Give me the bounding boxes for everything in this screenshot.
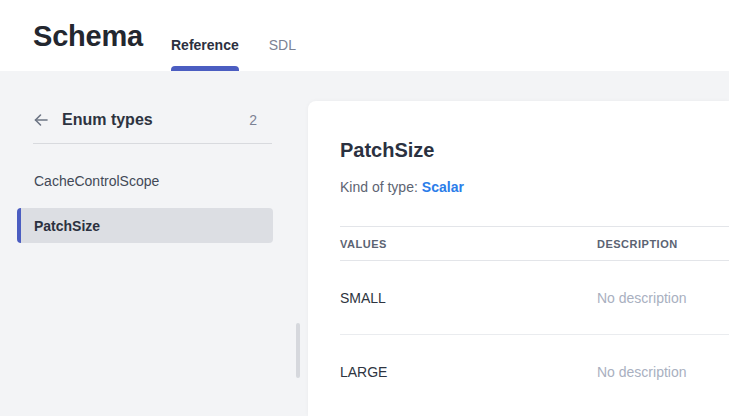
tab-reference-label: Reference (171, 37, 239, 53)
tab-bar: Reference SDL (171, 37, 296, 71)
tab-reference[interactable]: Reference (171, 37, 239, 71)
enum-count-badge: 2 (249, 112, 257, 128)
sidebar-item-label: PatchSize (34, 218, 100, 234)
sidebar: Enum types 2 CacheControlScope PatchSize (0, 71, 308, 416)
scalar-type-link[interactable]: Scalar (422, 179, 464, 195)
type-detail-content: PatchSize Kind of type:Scalar VALUES DES… (308, 101, 729, 409)
values-column-header: VALUES (340, 238, 597, 250)
kind-of-type-line: Kind of type:Scalar (340, 179, 729, 196)
enum-description: No description (597, 364, 687, 380)
table-row-large: LARGE No description (340, 335, 729, 409)
page-header: Schema Reference SDL (0, 0, 729, 71)
tab-sdl-label: SDL (269, 37, 296, 53)
type-detail-card: PatchSize Kind of type:Scalar VALUES DES… (308, 101, 729, 416)
kind-of-type-label: Kind of type: (340, 179, 418, 195)
sidebar-heading-row: Enum types 2 (33, 105, 257, 135)
description-column-header: DESCRIPTION (597, 238, 678, 250)
sidebar-divider (33, 143, 272, 144)
sidebar-item-cachecontrolscope[interactable]: CacheControlScope (17, 163, 273, 198)
enum-value: SMALL (340, 290, 597, 306)
page-title: Schema (33, 19, 143, 52)
sidebar-scrollbar-thumb[interactable] (296, 323, 300, 378)
schema-page: Schema Reference SDL Enum types 2 Cac (0, 0, 729, 416)
type-title: PatchSize (340, 139, 729, 162)
back-arrow-icon[interactable] (33, 112, 49, 128)
values-table: VALUES DESCRIPTION SMALL No description … (340, 226, 729, 409)
enum-value: LARGE (340, 364, 597, 380)
sidebar-item-patchsize[interactable]: PatchSize (17, 208, 273, 243)
sidebar-heading: Enum types (62, 111, 153, 129)
sidebar-item-label: CacheControlScope (34, 173, 159, 189)
tab-sdl[interactable]: SDL (269, 37, 296, 71)
enum-description: No description (597, 290, 687, 306)
table-row-small: SMALL No description (340, 261, 729, 335)
values-table-header: VALUES DESCRIPTION (340, 226, 729, 261)
